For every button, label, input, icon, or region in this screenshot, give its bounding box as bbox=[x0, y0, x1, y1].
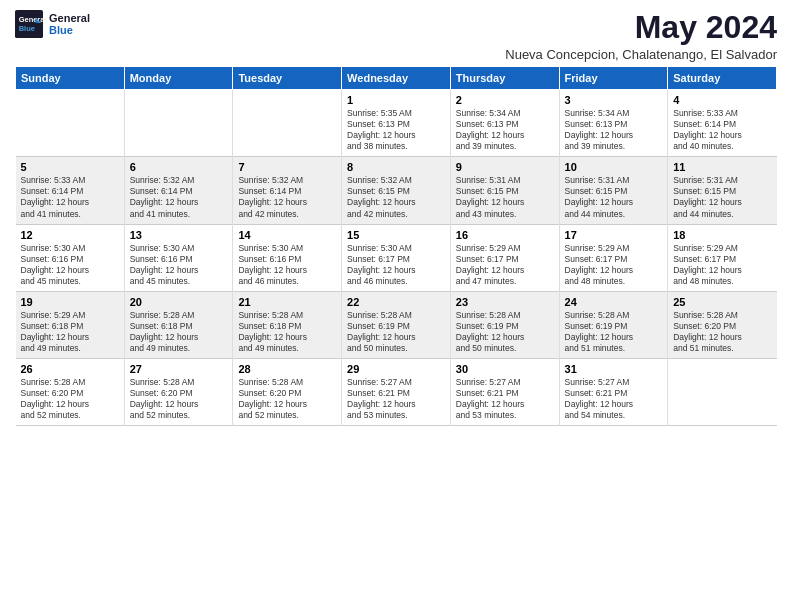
day-number: 17 bbox=[565, 229, 663, 241]
table-row: 17Sunrise: 5:29 AM Sunset: 6:17 PM Dayli… bbox=[559, 224, 668, 291]
day-info: Sunrise: 5:32 AM Sunset: 6:14 PM Dayligh… bbox=[130, 175, 228, 219]
table-row bbox=[668, 358, 777, 425]
calendar-table: Sunday Monday Tuesday Wednesday Thursday… bbox=[15, 66, 777, 426]
table-row bbox=[124, 90, 233, 157]
table-row: 1Sunrise: 5:35 AM Sunset: 6:13 PM Daylig… bbox=[342, 90, 451, 157]
day-number: 1 bbox=[347, 94, 445, 106]
day-number: 30 bbox=[456, 363, 554, 375]
day-number: 28 bbox=[238, 363, 336, 375]
table-row: 20Sunrise: 5:28 AM Sunset: 6:18 PM Dayli… bbox=[124, 291, 233, 358]
day-info: Sunrise: 5:30 AM Sunset: 6:16 PM Dayligh… bbox=[21, 243, 119, 287]
header-row: Sunday Monday Tuesday Wednesday Thursday… bbox=[16, 67, 777, 90]
day-number: 13 bbox=[130, 229, 228, 241]
day-number: 4 bbox=[673, 94, 771, 106]
logo-text: General Blue bbox=[49, 12, 90, 36]
table-row: 6Sunrise: 5:32 AM Sunset: 6:14 PM Daylig… bbox=[124, 157, 233, 224]
day-info: Sunrise: 5:29 AM Sunset: 6:17 PM Dayligh… bbox=[673, 243, 771, 287]
day-number: 31 bbox=[565, 363, 663, 375]
svg-text:Blue: Blue bbox=[19, 24, 35, 33]
table-row: 19Sunrise: 5:29 AM Sunset: 6:18 PM Dayli… bbox=[16, 291, 125, 358]
day-number: 14 bbox=[238, 229, 336, 241]
table-row: 18Sunrise: 5:29 AM Sunset: 6:17 PM Dayli… bbox=[668, 224, 777, 291]
day-number: 9 bbox=[456, 161, 554, 173]
day-info: Sunrise: 5:29 AM Sunset: 6:17 PM Dayligh… bbox=[456, 243, 554, 287]
day-info: Sunrise: 5:31 AM Sunset: 6:15 PM Dayligh… bbox=[565, 175, 663, 219]
table-row: 31Sunrise: 5:27 AM Sunset: 6:21 PM Dayli… bbox=[559, 358, 668, 425]
table-row: 2Sunrise: 5:34 AM Sunset: 6:13 PM Daylig… bbox=[450, 90, 559, 157]
day-info: Sunrise: 5:32 AM Sunset: 6:14 PM Dayligh… bbox=[238, 175, 336, 219]
table-row: 13Sunrise: 5:30 AM Sunset: 6:16 PM Dayli… bbox=[124, 224, 233, 291]
day-info: Sunrise: 5:31 AM Sunset: 6:15 PM Dayligh… bbox=[456, 175, 554, 219]
day-number: 7 bbox=[238, 161, 336, 173]
day-number: 8 bbox=[347, 161, 445, 173]
col-monday: Monday bbox=[124, 67, 233, 90]
table-row: 25Sunrise: 5:28 AM Sunset: 6:20 PM Dayli… bbox=[668, 291, 777, 358]
day-number: 12 bbox=[21, 229, 119, 241]
table-row: 22Sunrise: 5:28 AM Sunset: 6:19 PM Dayli… bbox=[342, 291, 451, 358]
col-wednesday: Wednesday bbox=[342, 67, 451, 90]
table-row: 16Sunrise: 5:29 AM Sunset: 6:17 PM Dayli… bbox=[450, 224, 559, 291]
day-info: Sunrise: 5:32 AM Sunset: 6:15 PM Dayligh… bbox=[347, 175, 445, 219]
day-info: Sunrise: 5:31 AM Sunset: 6:15 PM Dayligh… bbox=[673, 175, 771, 219]
day-number: 29 bbox=[347, 363, 445, 375]
col-saturday: Saturday bbox=[668, 67, 777, 90]
table-row: 11Sunrise: 5:31 AM Sunset: 6:15 PM Dayli… bbox=[668, 157, 777, 224]
col-friday: Friday bbox=[559, 67, 668, 90]
day-number: 3 bbox=[565, 94, 663, 106]
calendar-week-4: 19Sunrise: 5:29 AM Sunset: 6:18 PM Dayli… bbox=[16, 291, 777, 358]
table-row: 23Sunrise: 5:28 AM Sunset: 6:19 PM Dayli… bbox=[450, 291, 559, 358]
day-info: Sunrise: 5:28 AM Sunset: 6:19 PM Dayligh… bbox=[347, 310, 445, 354]
day-info: Sunrise: 5:28 AM Sunset: 6:18 PM Dayligh… bbox=[238, 310, 336, 354]
day-info: Sunrise: 5:28 AM Sunset: 6:20 PM Dayligh… bbox=[673, 310, 771, 354]
table-row: 21Sunrise: 5:28 AM Sunset: 6:18 PM Dayli… bbox=[233, 291, 342, 358]
day-info: Sunrise: 5:28 AM Sunset: 6:20 PM Dayligh… bbox=[238, 377, 336, 421]
table-row: 3Sunrise: 5:34 AM Sunset: 6:13 PM Daylig… bbox=[559, 90, 668, 157]
table-row: 5Sunrise: 5:33 AM Sunset: 6:14 PM Daylig… bbox=[16, 157, 125, 224]
day-number: 6 bbox=[130, 161, 228, 173]
day-info: Sunrise: 5:30 AM Sunset: 6:17 PM Dayligh… bbox=[347, 243, 445, 287]
table-row: 26Sunrise: 5:28 AM Sunset: 6:20 PM Dayli… bbox=[16, 358, 125, 425]
table-row: 28Sunrise: 5:28 AM Sunset: 6:20 PM Dayli… bbox=[233, 358, 342, 425]
day-number: 25 bbox=[673, 296, 771, 308]
col-sunday: Sunday bbox=[16, 67, 125, 90]
day-number: 27 bbox=[130, 363, 228, 375]
day-info: Sunrise: 5:28 AM Sunset: 6:18 PM Dayligh… bbox=[130, 310, 228, 354]
day-info: Sunrise: 5:33 AM Sunset: 6:14 PM Dayligh… bbox=[673, 108, 771, 152]
calendar-week-2: 5Sunrise: 5:33 AM Sunset: 6:14 PM Daylig… bbox=[16, 157, 777, 224]
table-row: 15Sunrise: 5:30 AM Sunset: 6:17 PM Dayli… bbox=[342, 224, 451, 291]
day-number: 16 bbox=[456, 229, 554, 241]
table-row bbox=[16, 90, 125, 157]
day-info: Sunrise: 5:35 AM Sunset: 6:13 PM Dayligh… bbox=[347, 108, 445, 152]
calendar-week-3: 12Sunrise: 5:30 AM Sunset: 6:16 PM Dayli… bbox=[16, 224, 777, 291]
title-block: May 2024 Nueva Concepcion, Chalatenango,… bbox=[505, 10, 777, 62]
day-number: 21 bbox=[238, 296, 336, 308]
day-number: 23 bbox=[456, 296, 554, 308]
col-thursday: Thursday bbox=[450, 67, 559, 90]
logo-line2: Blue bbox=[49, 24, 90, 36]
table-row: 10Sunrise: 5:31 AM Sunset: 6:15 PM Dayli… bbox=[559, 157, 668, 224]
day-number: 2 bbox=[456, 94, 554, 106]
main-title: May 2024 bbox=[505, 10, 777, 45]
day-number: 18 bbox=[673, 229, 771, 241]
day-info: Sunrise: 5:30 AM Sunset: 6:16 PM Dayligh… bbox=[238, 243, 336, 287]
logo: General Blue General Blue bbox=[15, 10, 90, 38]
logo-icon: General Blue bbox=[15, 10, 43, 38]
day-info: Sunrise: 5:27 AM Sunset: 6:21 PM Dayligh… bbox=[347, 377, 445, 421]
day-info: Sunrise: 5:28 AM Sunset: 6:20 PM Dayligh… bbox=[130, 377, 228, 421]
calendar-week-5: 26Sunrise: 5:28 AM Sunset: 6:20 PM Dayli… bbox=[16, 358, 777, 425]
table-row: 9Sunrise: 5:31 AM Sunset: 6:15 PM Daylig… bbox=[450, 157, 559, 224]
table-row: 8Sunrise: 5:32 AM Sunset: 6:15 PM Daylig… bbox=[342, 157, 451, 224]
day-info: Sunrise: 5:29 AM Sunset: 6:17 PM Dayligh… bbox=[565, 243, 663, 287]
day-info: Sunrise: 5:34 AM Sunset: 6:13 PM Dayligh… bbox=[456, 108, 554, 152]
table-row: 30Sunrise: 5:27 AM Sunset: 6:21 PM Dayli… bbox=[450, 358, 559, 425]
table-row: 12Sunrise: 5:30 AM Sunset: 6:16 PM Dayli… bbox=[16, 224, 125, 291]
day-info: Sunrise: 5:27 AM Sunset: 6:21 PM Dayligh… bbox=[565, 377, 663, 421]
day-info: Sunrise: 5:34 AM Sunset: 6:13 PM Dayligh… bbox=[565, 108, 663, 152]
table-row: 4Sunrise: 5:33 AM Sunset: 6:14 PM Daylig… bbox=[668, 90, 777, 157]
col-tuesday: Tuesday bbox=[233, 67, 342, 90]
day-number: 11 bbox=[673, 161, 771, 173]
table-row bbox=[233, 90, 342, 157]
day-number: 26 bbox=[21, 363, 119, 375]
subtitle: Nueva Concepcion, Chalatenango, El Salva… bbox=[505, 47, 777, 62]
logo-line1: General bbox=[49, 12, 90, 24]
